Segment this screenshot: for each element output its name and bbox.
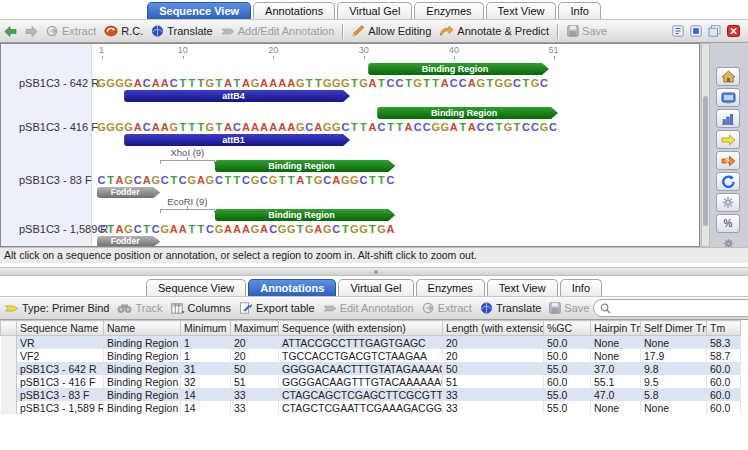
table-cell[interactable]: Binding Region — [104, 349, 181, 362]
save-button[interactable]: Save — [549, 302, 589, 314]
table-cell[interactable]: None — [641, 336, 707, 350]
annotation-attb1[interactable]: attB1 — [124, 134, 350, 146]
table-cell[interactable]: 20 — [443, 349, 544, 362]
bottom-tab-info[interactable]: Info — [560, 279, 602, 296]
table-cell[interactable]: GGGGACAAGTTTGTACAAAAAAGC... — [279, 375, 443, 388]
table-cell[interactable]: 31 — [181, 362, 231, 375]
search-input[interactable] — [615, 301, 748, 315]
sequence-canvas[interactable]: 11020304051 pSB1C3 - 642 RGGGGACAACTTTGT… — [0, 43, 700, 247]
bottom-tab-sequence-view[interactable]: Sequence View — [146, 279, 246, 296]
table-cell[interactable]: 60.0 — [707, 362, 741, 375]
bottom-tab-virtual-gel[interactable]: Virtual Gel — [338, 279, 413, 296]
save-button[interactable]: Save — [567, 25, 607, 37]
top-tab-text-view[interactable]: Text View — [486, 2, 557, 19]
percent-button[interactable]: % — [716, 214, 740, 233]
allow-editing-button[interactable]: Allow Editing — [352, 25, 431, 37]
table-cell[interactable]: 60.0 — [707, 388, 741, 401]
table-cell[interactable]: 55.0 — [544, 388, 591, 401]
table-cell[interactable]: CTAGCAGCTCGAGCTTCGCGTTAT... — [279, 388, 443, 401]
table-cell[interactable]: Binding Region — [104, 336, 181, 350]
table-cell[interactable]: 9.5 — [641, 375, 707, 388]
search-box[interactable] — [593, 299, 748, 317]
top-tab-annotations[interactable]: Annotations — [253, 2, 335, 19]
column-header-sequence-name[interactable]: Sequence Name▼ — [17, 321, 104, 336]
table-cell[interactable]: CTAGCTCGAATTCGAAAGACGGTG... — [279, 401, 443, 414]
table-cell[interactable]: 60.0 — [544, 375, 591, 388]
annotation-attb4[interactable]: attB4 — [124, 90, 350, 102]
table-cell[interactable]: Binding Region — [104, 362, 181, 375]
column-header-name[interactable]: Name — [104, 321, 181, 336]
table-cell[interactable]: Binding Region — [104, 388, 181, 401]
forward-button[interactable] — [25, 26, 38, 37]
orange-help-arrow-button[interactable]: ? — [716, 151, 740, 170]
table-cell[interactable]: 51 — [231, 375, 279, 388]
table-cell[interactable]: GGGGACAACTTTGTATAGAAAAGT... — [279, 362, 443, 375]
table-cell[interactable]: 14 — [181, 388, 231, 401]
table-cell[interactable]: 20 — [443, 336, 544, 350]
table-cell[interactable]: 50 — [443, 362, 544, 375]
export-table-button[interactable]: Export table — [239, 302, 315, 314]
annotate-predict-button[interactable]: Annotate & Predict — [439, 25, 549, 37]
scrollbar-thumb[interactable] — [703, 96, 708, 226]
table-cell[interactable]: 50.0 — [544, 336, 591, 350]
table-cell[interactable]: 50 — [231, 362, 279, 375]
table-cell[interactable]: 55.0 — [544, 362, 591, 375]
table-cell[interactable]: 1 — [181, 349, 231, 362]
table-cell[interactable]: pSB1C3 - 1,589 R — [17, 401, 104, 414]
column-header-maximum[interactable]: Maximum — [231, 321, 279, 336]
column-header-self-dimer-tm[interactable]: Self Dimer Tm — [641, 321, 707, 336]
top-tab-info[interactable]: Info — [558, 2, 600, 19]
table-cell[interactable]: 58.7 — [707, 349, 741, 362]
vertical-scrollbar[interactable] — [701, 43, 710, 247]
table-row[interactable]: pSB1C3 - 642 RBinding Region3150GGGGACAA… — [1, 362, 741, 375]
add-edit-annotation-button[interactable]: Add/Edit Annotation — [221, 25, 335, 37]
annotation-fodder[interactable]: Fodder — [97, 236, 160, 247]
table-cell[interactable]: pSB1C3 - 416 F — [17, 375, 104, 388]
table-cell[interactable]: 17.9 — [641, 349, 707, 362]
table-row[interactable]: pSB1C3 - 83 FBinding Region1433CTAGCAGCT… — [1, 388, 741, 401]
table-cell[interactable]: 9.8 — [641, 362, 707, 375]
annotation-type-button[interactable]: Type: Primer Bind — [4, 302, 109, 314]
table-cell[interactable]: 55.1 — [591, 375, 641, 388]
bottom-tab-text-view[interactable]: Text View — [487, 279, 558, 296]
annotation-binding-region[interactable]: Binding Region — [215, 160, 396, 172]
gear-button[interactable] — [716, 193, 740, 212]
table-cell[interactable]: None — [591, 349, 641, 362]
popout-view-button[interactable] — [690, 25, 702, 37]
table-row[interactable]: VF2Binding Region120TGCCACCTGACGTCTAAGAA… — [1, 349, 741, 362]
table-cell[interactable]: 1 — [181, 336, 231, 350]
table-cell[interactable]: 60.0 — [707, 401, 741, 414]
edit-annotation-button[interactable]: Edit Annotation — [323, 302, 414, 314]
table-cell[interactable]: Binding Region — [104, 401, 181, 414]
table-cell[interactable]: None — [641, 401, 707, 414]
extract-button[interactable]: Extract — [46, 25, 96, 37]
monitor-button[interactable] — [716, 88, 740, 107]
home-button[interactable] — [716, 67, 740, 86]
table-cell[interactable]: None — [591, 336, 641, 350]
sequence-name[interactable]: pSB1C3 - 1,589 R — [19, 223, 108, 236]
table-cell[interactable]: 33 — [443, 401, 544, 414]
table-cell[interactable]: 55.0 — [544, 401, 591, 414]
sequence-name[interactable]: pSB1C3 - 416 F — [19, 121, 98, 134]
table-row[interactable]: pSB1C3 - 416 FBinding Region3251GGGGACAA… — [1, 375, 741, 388]
table-cell[interactable]: pSB1C3 - 642 R — [17, 362, 104, 375]
table-cell[interactable]: 5.8 — [641, 388, 707, 401]
bottom-tab-annotations[interactable]: Annotations — [248, 279, 336, 296]
annotation-binding-region[interactable]: Binding Region — [215, 209, 396, 221]
column-header-sequence-with-extension[interactable]: Sequence (with extension) — [279, 321, 443, 336]
top-tab-sequence-view[interactable]: Sequence View — [147, 2, 251, 19]
table-cell[interactable]: pSB1C3 - 83 F — [17, 388, 104, 401]
refresh-button[interactable] — [716, 172, 740, 191]
annotation-fodder[interactable]: Fodder — [97, 187, 160, 198]
bar-chart-button[interactable] — [716, 109, 740, 128]
detach-window-button[interactable] — [672, 25, 684, 37]
yellow-arrow-button[interactable] — [716, 130, 740, 149]
table-cell[interactable]: 20 — [231, 349, 279, 362]
sequence-name[interactable]: pSB1C3 - 83 F — [19, 174, 92, 187]
top-tab-virtual-gel[interactable]: Virtual Gel — [337, 2, 412, 19]
rc-button[interactable]: R.C. — [104, 25, 143, 37]
table-cell[interactable]: VR — [17, 336, 104, 350]
columns-button[interactable]: Columns — [171, 302, 231, 314]
column-header-tm[interactable]: Tm — [707, 321, 741, 336]
translate-button[interactable]: Translate — [480, 302, 541, 314]
